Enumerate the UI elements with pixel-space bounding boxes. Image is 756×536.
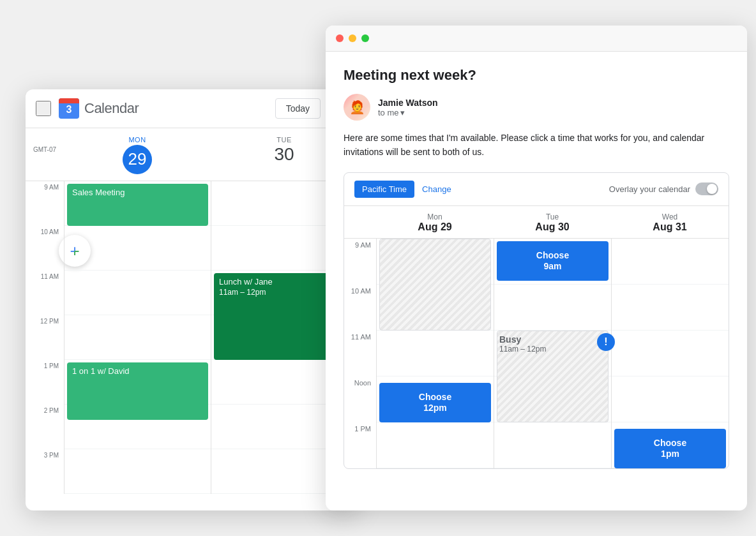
choose-12pm-button[interactable]: Choose12pm — [379, 383, 491, 422]
time-2pm: 2 PM — [26, 405, 64, 449]
meeting-time-9am: 9 AM — [344, 239, 376, 285]
window-chrome — [326, 26, 747, 52]
busy-hatch-mon — [379, 239, 491, 331]
meeting-time-grid: 9 AM 10 AM 11 AM Noon 1 PM Choose1 — [344, 239, 729, 468]
calendar-header: 3 Calendar Today ‹ — [26, 89, 358, 128]
event-1on1-david[interactable]: 1 on 1 w/ David — [67, 362, 208, 420]
close-dot[interactable] — [336, 34, 344, 42]
meeting-time-1pm: 1 PM — [344, 422, 376, 468]
busy-badge: ! — [597, 333, 615, 351]
minimize-dot[interactable] — [349, 34, 356, 42]
meeting-day-tue: Tue Aug 30 — [494, 212, 611, 233]
meeting-col-tue: Choose9am Busy 11am – 12pm ! — [494, 239, 611, 468]
time-picker: Pacific Time Change Overlay your calenda… — [344, 172, 729, 469]
time-picker-header: Pacific Time Change Overlay your calenda… — [344, 173, 729, 206]
today-button[interactable]: Today — [275, 98, 321, 119]
meeting-day-wed: Wed Aug 31 — [611, 212, 729, 233]
email-body: Here are some times that I'm available. … — [344, 131, 729, 160]
busy-label: Busy 11am – 12pm — [494, 331, 551, 357]
sender-info: Jamie Watson to me ▾ — [378, 98, 438, 117]
menu-button[interactable] — [36, 101, 51, 116]
calendar-logo: 3 Calendar — [59, 98, 139, 119]
email-subject: Meeting next week? — [344, 67, 729, 84]
choose-1pm-button[interactable]: Choose1pm — [614, 429, 726, 468]
day-number-mon: 29 — [123, 145, 152, 174]
time-10am: 10 AM — [26, 226, 64, 271]
monday-column: Sales Meeting 1 on 1 w/ David — [64, 181, 211, 494]
email-content: Meeting next week? 🧑‍🦰 Jamie Watson to m… — [326, 52, 747, 484]
day-name-mon: MON — [64, 136, 211, 144]
meeting-time-labels: 9 AM 10 AM 11 AM Noon 1 PM — [344, 239, 376, 468]
timezone-button[interactable]: Pacific Time — [354, 181, 414, 198]
day-col-mon: MON 29 — [64, 133, 211, 178]
time-grid: 9 AM 10 AM 11 AM 12 PM 1 PM 2 PM 3 PM Sa… — [26, 181, 358, 494]
calendar-icon: 3 — [59, 98, 79, 119]
calendar-title: Calendar — [84, 100, 139, 117]
meeting-time-11am: 11 AM — [344, 331, 376, 376]
gmt-label: GMT-07 — [26, 133, 64, 178]
to-me-label[interactable]: to me ▾ — [378, 108, 438, 117]
meeting-day-mon: Mon Aug 29 — [376, 212, 494, 233]
time-labels: 9 AM 10 AM 11 AM 12 PM 1 PM 2 PM 3 PM — [26, 181, 64, 494]
meeting-col-wed: Choose1pm — [611, 239, 729, 468]
time-11am: 11 AM — [26, 271, 64, 315]
time-12pm: 12 PM — [26, 315, 64, 360]
sender-name: Jamie Watson — [378, 98, 438, 108]
change-link[interactable]: Change — [422, 184, 451, 194]
time-1pm: 1 PM — [26, 360, 64, 405]
event-sales-meeting[interactable]: Sales Meeting — [67, 184, 208, 226]
calendar-window: 3 Calendar Today ‹ GMT-07 MON 29 TUE 30 … — [26, 89, 358, 510]
overlay-toggle[interactable] — [695, 182, 718, 195]
choose-9am-button[interactable]: Choose9am — [497, 241, 609, 281]
meeting-col-mon: Choose12pm — [376, 239, 494, 468]
meeting-time-noon: Noon — [344, 376, 376, 422]
avatar: 🧑‍🦰 — [344, 94, 370, 121]
email-sender: 🧑‍🦰 Jamie Watson to me ▾ — [344, 94, 729, 121]
time-3pm: 3 PM — [26, 449, 64, 494]
time-9am: 9 AM — [26, 181, 64, 226]
days-header: GMT-07 MON 29 TUE 30 — [26, 128, 358, 181]
email-window: Meeting next week? 🧑‍🦰 Jamie Watson to m… — [326, 26, 747, 510]
overlay-label: Overlay your calendar — [609, 182, 718, 195]
maximize-dot[interactable] — [361, 34, 369, 42]
meeting-days-header: Mon Aug 29 Tue Aug 30 Wed Aug 31 — [344, 206, 729, 239]
meeting-time-10am: 10 AM — [344, 285, 376, 331]
